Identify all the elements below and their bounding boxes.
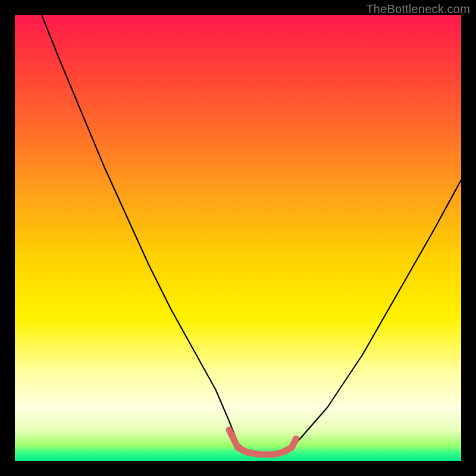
plot-area xyxy=(15,15,461,461)
watermark-text: TheBottleneck.com xyxy=(366,2,470,16)
bottleneck-curve xyxy=(42,15,461,455)
bottleneck-floor xyxy=(229,430,296,455)
curve-layer xyxy=(15,15,461,461)
chart-frame: TheBottleneck.com xyxy=(0,0,476,476)
